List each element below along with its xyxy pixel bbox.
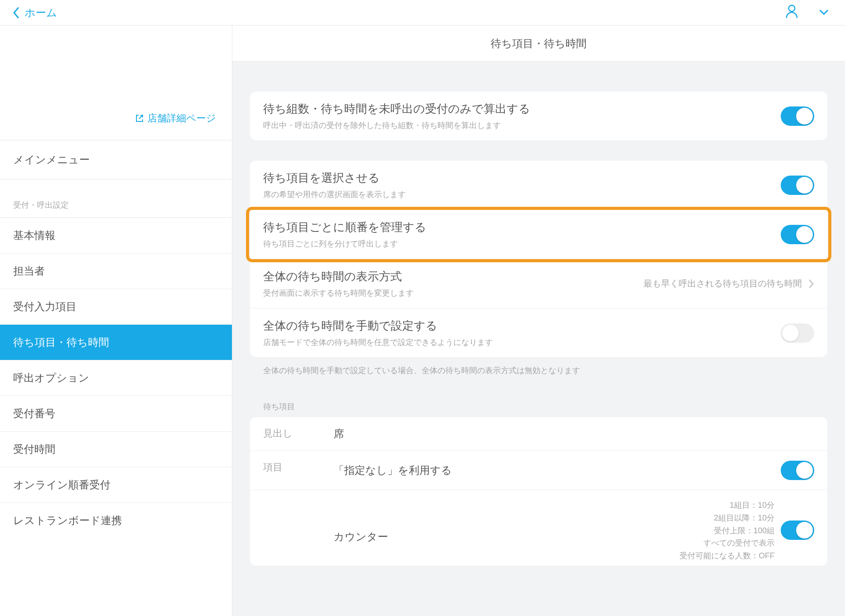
field-label-items: 項目 bbox=[263, 461, 334, 474]
main: 待ち項目・待ち時間 待ち組数・待ち時間を未呼出の受付のみで算出する 呼出中・呼出… bbox=[232, 26, 845, 616]
chevron-down-icon[interactable] bbox=[819, 7, 829, 18]
note-manual-override: 全体の待ち時間を手動で設定している場合、全体の待ち時間の表示方式は無効となります bbox=[250, 357, 827, 376]
sidebar-item-wait-items[interactable]: 待ち項目・待ち時間 bbox=[0, 325, 232, 360]
toggle-manage-per-item[interactable] bbox=[781, 225, 814, 244]
field-label-heading: 見出し bbox=[263, 427, 334, 440]
row-use-none: 項目 「指定なし」を利用する bbox=[250, 451, 827, 490]
setting-title: 待ち項目ごとに順番を管理する bbox=[263, 220, 781, 235]
toggle-use-none[interactable] bbox=[781, 461, 814, 480]
setting-group-calc-uncalled: 待ち組数・待ち時間を未呼出の受付のみで算出する 呼出中・呼出済の受付を除外した待… bbox=[250, 92, 827, 140]
setting-desc: 席の希望や用件の選択画面を表示します bbox=[263, 189, 781, 200]
topbar: ホーム bbox=[0, 0, 845, 26]
store-detail-link[interactable]: 店舗詳細ページ bbox=[0, 112, 232, 140]
sidebar-item-reception-number[interactable]: 受付番号 bbox=[0, 396, 232, 432]
page-title: 待ち項目・待ち時間 bbox=[232, 26, 845, 62]
counter-line2: 2組目以降：10分 bbox=[680, 512, 775, 524]
counter-name: カウンター bbox=[334, 517, 680, 544]
sidebar-item-online-queue[interactable]: オンライン順番受付 bbox=[0, 467, 232, 503]
setting-desc: 待ち項目ごとに列を分けて呼出します bbox=[263, 238, 781, 249]
store-detail-label: 店舗詳細ページ bbox=[147, 112, 216, 125]
sidebar-item-restaurant-board[interactable]: レストランボード連携 bbox=[0, 503, 232, 538]
setting-title: 全体の待ち時間を手動で設定する bbox=[263, 318, 781, 334]
field-value-heading: 席 bbox=[334, 427, 344, 441]
toggle-manual-wait-time[interactable] bbox=[781, 323, 814, 343]
sidebar-section-label: 受付・呼出設定 bbox=[0, 180, 232, 218]
setting-desc: 呼出中・呼出済の受付を除外した待ち組数・待ち時間を算出します bbox=[263, 120, 781, 131]
main-menu-button[interactable]: メインメニュー bbox=[0, 140, 232, 180]
sidebar-item-reception-time[interactable]: 受付時間 bbox=[0, 432, 232, 467]
topbar-right bbox=[785, 4, 829, 21]
sidebar-item-call-options[interactable]: 呼出オプション bbox=[0, 360, 232, 396]
chevron-left-icon bbox=[12, 6, 20, 19]
counter-line4: すべての受付で表示 bbox=[680, 537, 775, 550]
counter-line3: 受付上限：100組 bbox=[680, 524, 775, 537]
chevron-right-icon bbox=[808, 279, 814, 289]
row-heading[interactable]: 見出し 席 bbox=[250, 417, 827, 451]
section-label-wait-items: 待ち項目 bbox=[250, 376, 827, 417]
back-button[interactable]: ホーム bbox=[12, 6, 57, 20]
display-method-value[interactable]: 最も早く呼出される待ち項目の待ち時間 bbox=[643, 278, 814, 290]
external-link-icon bbox=[135, 114, 144, 123]
counter-meta: 1組目：10分 2組目以降：10分 受付上限：100組 すべての受付で表示 受付… bbox=[680, 498, 781, 562]
sidebar-item-basic-info[interactable]: 基本情報 bbox=[0, 218, 232, 253]
counter-line5: 受付可能になる人数：OFF bbox=[680, 550, 775, 562]
setting-title: 待ち項目を選択させる bbox=[263, 170, 781, 186]
back-label: ホーム bbox=[25, 6, 57, 20]
svg-point-0 bbox=[789, 5, 795, 11]
sidebar: 店舗詳細ページ メインメニュー 受付・呼出設定 基本情報 担当者 受付入力項目 … bbox=[0, 26, 232, 616]
row-display-method[interactable]: 全体の待ち時間の表示方式 受付画面に表示する待ち時間を変更します 最も早く呼出さ… bbox=[250, 259, 827, 308]
display-method-text: 最も早く呼出される待ち項目の待ち時間 bbox=[643, 278, 802, 290]
toggle-select-wait-items[interactable] bbox=[781, 176, 814, 195]
setting-group-wait-items: 待ち項目を選択させる 席の希望や用件の選択画面を表示します 待ち項目ごとに順番を… bbox=[250, 161, 827, 357]
wait-items-card: 見出し 席 項目 「指定なし」を利用する カウンター bbox=[250, 417, 827, 566]
toggle-calc-uncalled[interactable] bbox=[781, 106, 814, 126]
toggle-counter[interactable] bbox=[781, 521, 814, 540]
user-icon[interactable] bbox=[785, 4, 798, 21]
sidebar-item-input-fields[interactable]: 受付入力項目 bbox=[0, 289, 232, 325]
setting-desc: 受付画面に表示する待ち時間を変更します bbox=[263, 288, 643, 298]
sidebar-item-staff[interactable]: 担当者 bbox=[0, 253, 232, 289]
use-none-label: 「指定なし」を利用する bbox=[334, 463, 781, 477]
setting-title: 待ち組数・待ち時間を未呼出の受付のみで算出する bbox=[263, 101, 781, 117]
setting-desc: 店舗モードで全体の待ち時間を任意で設定できるようになります bbox=[263, 337, 781, 348]
row-counter[interactable]: カウンター 1組目：10分 2組目以降：10分 受付上限：100組 すべての受付… bbox=[250, 490, 827, 566]
setting-title: 全体の待ち時間の表示方式 bbox=[263, 269, 643, 284]
counter-line1: 1組目：10分 bbox=[680, 499, 775, 512]
